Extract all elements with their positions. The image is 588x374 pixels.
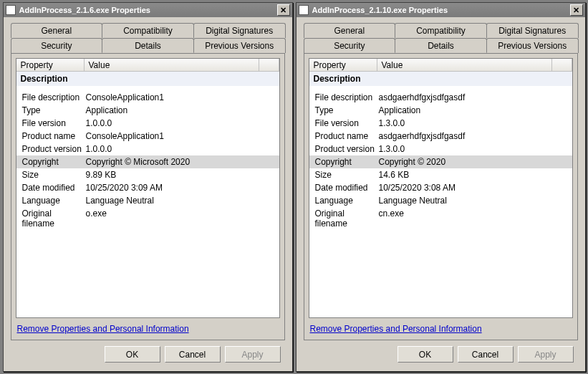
property-row[interactable]: Size14.6 KB <box>309 168 572 181</box>
property-name: Product version <box>309 144 377 154</box>
link-row: Remove Properties and Personal Informati… <box>309 318 573 335</box>
apply-button[interactable]: Apply <box>518 346 574 363</box>
property-value: o.exe <box>85 208 279 229</box>
tab-details[interactable]: Details <box>395 38 487 53</box>
property-name: Copyright <box>16 157 85 167</box>
property-value: 9.89 KB <box>85 170 279 180</box>
property-value: 1.0.0.0 <box>85 144 279 154</box>
property-name: Date modified <box>16 183 85 193</box>
close-button[interactable]: ✕ <box>570 4 583 16</box>
property-name: Copyright <box>309 157 377 167</box>
property-row[interactable]: Product nameConsoleApplication1 <box>16 130 279 143</box>
property-row[interactable]: Date modified10/25/2020 3:08 AM <box>309 181 572 194</box>
property-name: File description <box>309 92 377 102</box>
property-name: File version <box>309 118 377 128</box>
tabstrip: GeneralCompatibilityDigital SignaturesSe… <box>11 23 285 53</box>
cancel-button[interactable]: Cancel <box>165 346 221 363</box>
tab-previous-versions[interactable]: Previous Versions <box>486 38 579 53</box>
property-name: File version <box>16 118 85 128</box>
column-value[interactable]: Value <box>85 59 259 71</box>
dialog-body: GeneralCompatibilityDigital SignaturesSe… <box>4 17 292 371</box>
property-value: ConsoleApplication1 <box>85 92 279 102</box>
button-row: OKCancelApply <box>11 340 285 367</box>
tab-compatibility[interactable]: Compatibility <box>102 23 194 38</box>
tab-security[interactable]: Security <box>304 38 396 53</box>
tab-general[interactable]: General <box>11 23 103 38</box>
property-value: 10/25/2020 3:09 AM <box>85 183 279 193</box>
property-row[interactable]: CopyrightCopyright © Microsoft 2020 <box>16 155 279 168</box>
list-body: DescriptionFile descriptionasdgaerhdfgxj… <box>309 72 572 317</box>
property-row[interactable]: LanguageLanguage Neutral <box>309 194 572 207</box>
property-value: 10/25/2020 3:08 AM <box>377 183 572 193</box>
property-row[interactable]: File version1.3.0.0 <box>309 117 572 130</box>
property-row[interactable]: CopyrightCopyright © 2020 <box>309 155 572 168</box>
property-row[interactable]: Product version1.3.0.0 <box>309 143 572 155</box>
property-row[interactable]: File descriptionConsoleApplication1 <box>16 91 279 104</box>
property-value: Copyright © 2020 <box>377 157 572 167</box>
property-name: Original filename <box>16 208 85 229</box>
tab-details[interactable]: Details <box>102 38 194 53</box>
property-name: Size <box>309 170 377 180</box>
close-button[interactable]: ✕ <box>277 4 290 16</box>
window-title: AddInProcess_2.1.10.exe Properties <box>312 6 570 14</box>
property-value: asdgaerhdfgxjsdfgasdf <box>377 92 572 102</box>
tab-panel-details: PropertyValueDescriptionFile description… <box>304 53 578 340</box>
property-name: Date modified <box>309 183 377 193</box>
property-name: Product name <box>309 131 377 141</box>
property-name: Language <box>16 196 85 206</box>
property-row[interactable]: Date modified10/25/2020 3:09 AM <box>16 181 279 194</box>
property-row[interactable]: Size9.89 KB <box>16 168 279 181</box>
tab-security[interactable]: Security <box>11 38 103 53</box>
property-row[interactable]: TypeApplication <box>309 104 572 117</box>
property-name: Product name <box>16 131 85 141</box>
remove-properties-link[interactable]: Remove Properties and Personal Informati… <box>310 324 482 334</box>
property-row[interactable]: LanguageLanguage Neutral <box>16 194 279 207</box>
ok-button[interactable]: OK <box>397 346 453 363</box>
properties-dialog: AddInProcess_2.1.10.exe Properties✕Gener… <box>296 2 586 372</box>
property-value: 14.6 KB <box>377 170 572 180</box>
property-name: Type <box>309 105 377 115</box>
link-row: Remove Properties and Personal Informati… <box>16 318 280 335</box>
remove-properties-link[interactable]: Remove Properties and Personal Informati… <box>17 324 189 334</box>
tab-digital-signatures[interactable]: Digital Signatures <box>486 23 579 38</box>
properties-list[interactable]: PropertyValueDescriptionFile description… <box>309 58 573 318</box>
property-name: File description <box>16 92 85 102</box>
list-header: PropertyValue <box>309 59 572 72</box>
property-name: Language <box>309 196 377 206</box>
group-description[interactable]: Description <box>309 72 572 87</box>
property-value: 1.0.0.0 <box>85 118 279 128</box>
apply-button[interactable]: Apply <box>225 346 281 363</box>
group-description[interactable]: Description <box>16 72 279 87</box>
column-property[interactable]: Property <box>16 59 85 71</box>
property-name: Size <box>16 170 85 180</box>
ok-button[interactable]: OK <box>105 346 160 363</box>
column-value[interactable]: Value <box>377 59 552 71</box>
list-header: PropertyValue <box>16 59 279 72</box>
tab-panel-details: PropertyValueDescriptionFile description… <box>11 53 285 340</box>
property-row[interactable]: Original filenameo.exe <box>16 207 279 230</box>
tab-compatibility[interactable]: Compatibility <box>395 23 487 38</box>
tab-digital-signatures[interactable]: Digital Signatures <box>193 23 286 38</box>
property-value: 1.3.0.0 <box>377 118 572 128</box>
cancel-button[interactable]: Cancel <box>458 346 514 363</box>
column-spacer <box>552 59 572 71</box>
button-row: OKCancelApply <box>304 340 578 367</box>
tabstrip: GeneralCompatibilityDigital SignaturesSe… <box>304 23 578 53</box>
column-property[interactable]: Property <box>309 59 377 71</box>
column-spacer <box>259 59 279 71</box>
property-row[interactable]: Original filenamecn.exe <box>309 207 572 230</box>
property-row[interactable]: Product nameasdgaerhdfgxjsdfgasdf <box>309 130 572 143</box>
property-row[interactable]: File descriptionasdgaerhdfgxjsdfgasdf <box>309 91 572 104</box>
property-value: Language Neutral <box>377 196 572 206</box>
titlebar[interactable]: AddInProcess_2.1.10.exe Properties✕ <box>297 3 585 17</box>
list-body: DescriptionFile descriptionConsoleApplic… <box>16 72 279 317</box>
titlebar[interactable]: AddInProcess_2.1.6.exe Properties✕ <box>4 3 292 17</box>
property-row[interactable]: File version1.0.0.0 <box>16 117 279 130</box>
properties-list[interactable]: PropertyValueDescriptionFile description… <box>16 58 280 318</box>
property-row[interactable]: TypeApplication <box>16 104 279 117</box>
property-value: 1.3.0.0 <box>377 144 572 154</box>
property-row[interactable]: Product version1.0.0.0 <box>16 143 279 155</box>
tab-general[interactable]: General <box>304 23 396 38</box>
tab-previous-versions[interactable]: Previous Versions <box>193 38 286 53</box>
property-value: asdgaerhdfgxjsdfgasdf <box>377 131 572 141</box>
